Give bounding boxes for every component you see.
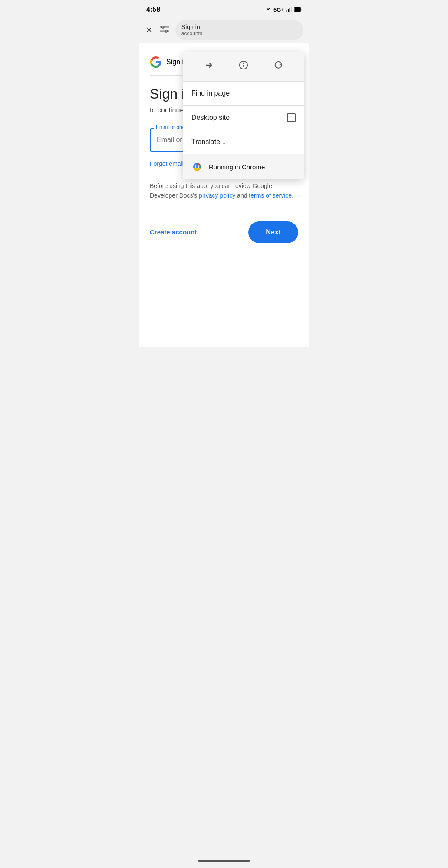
customize-icon[interactable] (158, 23, 171, 38)
find-in-page-item[interactable]: Find in page (183, 82, 304, 105)
svg-point-11 (165, 30, 167, 32)
svg-rect-1 (287, 10, 287, 12)
desktop-site-checkbox[interactable] (287, 113, 296, 122)
svg-rect-2 (288, 9, 289, 12)
reload-icon[interactable] (271, 58, 286, 75)
url-bar[interactable]: Sign in accounts. (175, 20, 303, 40)
svg-rect-3 (290, 8, 290, 12)
running-in-chrome-item: Running in Chrome (183, 154, 304, 179)
context-menu-top-bar (183, 52, 304, 82)
status-bar: 4:58 5G+ (139, 0, 309, 17)
info-icon[interactable] (236, 58, 251, 75)
desktop-site-item[interactable]: Desktop site (183, 106, 304, 130)
running-in-chrome-label: Running in Chrome (209, 163, 265, 171)
translate-item[interactable]: Translate... (183, 130, 304, 154)
svg-rect-4 (291, 7, 292, 12)
svg-rect-6 (301, 9, 302, 11)
desktop-site-label: Desktop site (191, 114, 230, 122)
find-in-page-label: Find in page (191, 89, 230, 97)
url-title: Sign in (181, 23, 204, 30)
chrome-bar: × Sign in accounts. (139, 17, 309, 43)
translate-label: Translate... (191, 138, 226, 146)
svg-point-8 (162, 26, 164, 28)
signal-icon (286, 7, 292, 13)
svg-point-20 (196, 165, 198, 168)
forward-icon[interactable] (201, 58, 216, 75)
context-menu-overlay[interactable]: Find in page Desktop site Translate... (139, 43, 309, 347)
svg-point-0 (267, 9, 269, 10)
url-domain: accounts. (181, 30, 204, 36)
close-button[interactable]: × (145, 23, 154, 37)
svg-rect-7 (295, 8, 301, 11)
context-menu: Find in page Desktop site Translate... (183, 52, 304, 179)
battery-icon (294, 7, 302, 12)
chrome-logo-icon (191, 161, 203, 172)
network-type: 5G+ (273, 7, 284, 13)
main-content: Find in page Desktop site Translate... (139, 43, 309, 347)
wifi-icon (265, 6, 272, 13)
status-time: 4:58 (146, 6, 160, 13)
status-icons: 5G+ (265, 6, 302, 13)
